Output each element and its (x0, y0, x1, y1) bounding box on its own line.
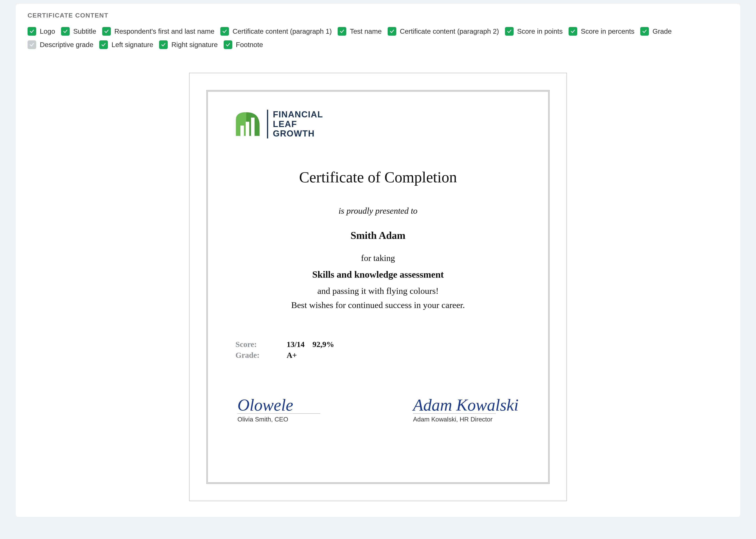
logo-word-2: LEAF (273, 119, 323, 129)
score-grade-block: Score: 13/14 92,9% Grade: A+ (236, 340, 524, 360)
left-signature-caption: Olivia Smith, CEO (238, 416, 288, 423)
score-row: Score: 13/14 92,9% (236, 340, 524, 349)
certificate-paragraph-2b: Best wishes for continued success in you… (232, 300, 524, 310)
checkbox-icon[interactable] (61, 27, 70, 36)
toggle-label: Grade (653, 27, 671, 35)
svg-rect-0 (241, 126, 244, 136)
checkbox-icon[interactable] (569, 27, 577, 36)
toggle-subtitle[interactable]: Subtitle (61, 27, 96, 36)
right-signature-script: Adam Kowalski (413, 395, 518, 415)
toggle-label: Score in points (517, 27, 563, 35)
certificate-logo: FINANCIAL LEAF GROWTH (232, 109, 524, 139)
signature-row: Olowele Olivia Smith, CEO Adam Kowalski … (232, 395, 524, 423)
toggle-logo[interactable]: Logo (28, 27, 55, 36)
toggle-score-points[interactable]: Score in points (505, 27, 563, 36)
checkbox-icon[interactable] (505, 27, 514, 36)
score-percent: 92,9% (312, 340, 334, 349)
toggle-label: Logo (40, 27, 55, 35)
score-label: Score: (236, 340, 287, 349)
certificate-paragraph-1: for taking (232, 253, 524, 263)
toggle-label: Left signature (111, 41, 153, 49)
toggle-cert-para-2[interactable]: Certificate content (paragraph 2) (388, 27, 499, 36)
toggle-label: Right signature (171, 41, 218, 49)
left-signature: Olowele Olivia Smith, CEO (238, 395, 320, 423)
toggle-label: Subtitle (73, 27, 96, 35)
checkbox-icon[interactable] (159, 40, 168, 49)
checkbox-icon[interactable] (224, 40, 232, 49)
svg-rect-1 (246, 122, 249, 136)
checkbox-icon[interactable] (640, 27, 649, 36)
logo-word-3: GROWTH (273, 129, 323, 138)
test-name: Skills and knowledge assessment (232, 269, 524, 280)
toggle-label: Certificate content (paragraph 1) (233, 27, 332, 35)
certificate-subtitle: is proudly presented to (232, 206, 524, 216)
score-points: 13/14 (287, 340, 305, 349)
toggle-label: Score in percents (581, 27, 634, 35)
content-toggle-row: LogoSubtitleRespondent's first and last … (28, 27, 728, 49)
right-signature-line (413, 413, 496, 414)
toggle-footnote[interactable]: Footnote (224, 40, 263, 49)
toggle-label: Footnote (236, 41, 263, 49)
toggle-label: Test name (350, 27, 381, 35)
certificate-content-panel: CERTIFICATE CONTENT LogoSubtitleResponde… (16, 4, 740, 517)
leaf-chart-icon (232, 109, 261, 139)
certificate-preview: FINANCIAL LEAF GROWTH Certificate of Com… (189, 73, 567, 501)
checkbox-icon[interactable] (388, 27, 396, 36)
respondent-name: Smith Adam (232, 230, 524, 241)
certificate-inner: FINANCIAL LEAF GROWTH Certificate of Com… (206, 90, 550, 484)
toggle-score-percent[interactable]: Score in percents (569, 27, 634, 36)
checkbox-icon[interactable] (28, 27, 36, 36)
toggle-cert-para-1[interactable]: Certificate content (paragraph 1) (220, 27, 332, 36)
certificate-paragraph-2a: and passing it with flying colours! (232, 286, 524, 296)
left-signature-line (238, 413, 320, 414)
toggle-grade[interactable]: Grade (640, 27, 671, 36)
grade-row: Grade: A+ (236, 350, 524, 360)
checkbox-icon[interactable] (338, 27, 346, 36)
toggle-test-name[interactable]: Test name (338, 27, 381, 36)
section-heading: CERTIFICATE CONTENT (28, 12, 728, 19)
right-signature: Adam Kowalski Adam Kowalski, HR Director (413, 395, 518, 423)
toggle-label: Descriptive grade (40, 41, 93, 49)
logo-text: FINANCIAL LEAF GROWTH (267, 110, 323, 138)
grade-value: A+ (287, 350, 297, 360)
certificate-title: Certificate of Completion (232, 168, 524, 186)
grade-label: Grade: (236, 350, 287, 360)
toggle-respondent-name[interactable]: Respondent's first and last name (102, 27, 215, 36)
toggle-label: Respondent's first and last name (114, 27, 215, 35)
svg-rect-2 (251, 117, 254, 136)
checkbox-icon[interactable] (220, 27, 229, 36)
toggle-right-signature[interactable]: Right signature (159, 40, 218, 49)
toggle-label: Certificate content (paragraph 2) (400, 27, 499, 35)
checkbox-icon[interactable] (99, 40, 108, 49)
toggle-descriptive-grade[interactable]: Descriptive grade (28, 40, 93, 49)
left-signature-script: Olowele (238, 395, 293, 415)
checkbox-icon[interactable] (102, 27, 111, 36)
toggle-left-signature[interactable]: Left signature (99, 40, 153, 49)
right-signature-caption: Adam Kowalski, HR Director (413, 416, 493, 423)
logo-word-1: FINANCIAL (273, 110, 323, 119)
checkbox-icon[interactable] (28, 40, 36, 49)
